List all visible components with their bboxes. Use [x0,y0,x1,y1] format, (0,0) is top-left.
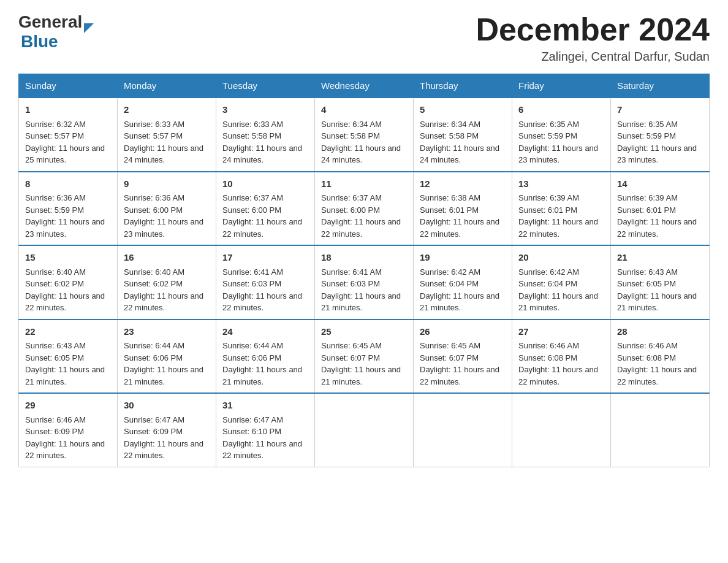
location-subtitle: Zalingei, Central Darfur, Sudan [476,50,710,64]
col-saturday: Saturday [611,74,710,98]
table-row: 11Sunrise: 6:37 AMSunset: 6:00 PMDayligh… [315,172,414,246]
day-number: 24 [222,325,308,339]
calendar-week-row: 15Sunrise: 6:40 AMSunset: 6:02 PMDayligh… [19,245,710,320]
col-wednesday: Wednesday [315,74,414,98]
day-info: Sunrise: 6:40 AMSunset: 6:02 PMDaylight:… [25,266,111,314]
table-row: 4Sunrise: 6:34 AMSunset: 5:58 PMDaylight… [315,98,414,172]
day-number: 8 [25,177,111,191]
table-row: 22Sunrise: 6:43 AMSunset: 6:05 PMDayligh… [19,320,118,394]
day-info: Sunrise: 6:39 AMSunset: 6:01 PMDaylight:… [617,192,703,240]
day-info: Sunrise: 6:45 AMSunset: 6:07 PMDaylight:… [321,340,407,388]
day-info: Sunrise: 6:47 AMSunset: 6:10 PMDaylight:… [222,414,308,462]
day-info: Sunrise: 6:35 AMSunset: 5:59 PMDaylight:… [518,118,604,166]
table-row: 29Sunrise: 6:46 AMSunset: 6:09 PMDayligh… [19,393,118,467]
day-number: 30 [124,399,210,413]
day-info: Sunrise: 6:41 AMSunset: 6:03 PMDaylight:… [222,266,308,314]
day-number: 2 [124,103,210,117]
day-info: Sunrise: 6:38 AMSunset: 6:01 PMDaylight:… [420,192,506,240]
table-row [611,393,710,467]
table-row: 30Sunrise: 6:47 AMSunset: 6:09 PMDayligh… [118,393,216,467]
day-info: Sunrise: 6:36 AMSunset: 5:59 PMDaylight:… [25,192,111,240]
table-row: 28Sunrise: 6:46 AMSunset: 6:08 PMDayligh… [611,320,710,394]
calendar-week-row: 22Sunrise: 6:43 AMSunset: 6:05 PMDayligh… [19,320,710,394]
day-number: 17 [222,251,308,265]
col-tuesday: Tuesday [216,74,315,98]
table-row [315,393,414,467]
col-monday: Monday [118,74,216,98]
day-number: 20 [518,251,604,265]
day-number: 31 [222,399,308,413]
table-row: 3Sunrise: 6:33 AMSunset: 5:58 PMDaylight… [216,98,315,172]
title-area: December 2024 Zalingei, Central Darfur, … [476,12,710,64]
day-info: Sunrise: 6:46 AMSunset: 6:08 PMDaylight:… [617,340,703,388]
day-number: 14 [617,177,703,191]
day-number: 29 [25,399,111,413]
day-info: Sunrise: 6:47 AMSunset: 6:09 PMDaylight:… [124,414,210,462]
table-row: 14Sunrise: 6:39 AMSunset: 6:01 PMDayligh… [611,172,710,246]
day-info: Sunrise: 6:41 AMSunset: 6:03 PMDaylight:… [321,266,407,314]
table-row: 19Sunrise: 6:42 AMSunset: 6:04 PMDayligh… [414,245,512,320]
table-row: 15Sunrise: 6:40 AMSunset: 6:02 PMDayligh… [19,245,118,320]
day-info: Sunrise: 6:43 AMSunset: 6:05 PMDaylight:… [617,266,703,314]
day-number: 7 [617,103,703,117]
day-number: 23 [124,325,210,339]
day-number: 9 [124,177,210,191]
day-info: Sunrise: 6:35 AMSunset: 5:59 PMDaylight:… [617,118,703,166]
logo-blue-text: Blue [21,32,94,52]
table-row: 10Sunrise: 6:37 AMSunset: 6:00 PMDayligh… [216,172,315,246]
day-number: 13 [518,177,604,191]
logo-general-text: General [18,12,82,32]
calendar-header-row: Sunday Monday Tuesday Wednesday Thursday… [19,74,710,98]
table-row: 7Sunrise: 6:35 AMSunset: 5:59 PMDaylight… [611,98,710,172]
day-info: Sunrise: 6:44 AMSunset: 6:06 PMDaylight:… [124,340,210,388]
col-friday: Friday [512,74,611,98]
calendar-week-row: 29Sunrise: 6:46 AMSunset: 6:09 PMDayligh… [19,393,710,467]
table-row: 18Sunrise: 6:41 AMSunset: 6:03 PMDayligh… [315,245,414,320]
day-info: Sunrise: 6:46 AMSunset: 6:09 PMDaylight:… [25,414,111,462]
month-title: December 2024 [476,12,710,47]
day-info: Sunrise: 6:42 AMSunset: 6:04 PMDaylight:… [420,266,506,314]
table-row: 20Sunrise: 6:42 AMSunset: 6:04 PMDayligh… [512,245,611,320]
table-row: 23Sunrise: 6:44 AMSunset: 6:06 PMDayligh… [118,320,216,394]
day-number: 25 [321,325,407,339]
day-number: 27 [518,325,604,339]
table-row: 21Sunrise: 6:43 AMSunset: 6:05 PMDayligh… [611,245,710,320]
day-info: Sunrise: 6:37 AMSunset: 6:00 PMDaylight:… [222,192,308,240]
page-header: General Blue December 2024 Zalingei, Cen… [18,12,710,64]
table-row: 25Sunrise: 6:45 AMSunset: 6:07 PMDayligh… [315,320,414,394]
table-row: 6Sunrise: 6:35 AMSunset: 5:59 PMDaylight… [512,98,611,172]
day-info: Sunrise: 6:46 AMSunset: 6:08 PMDaylight:… [518,340,604,388]
day-info: Sunrise: 6:33 AMSunset: 5:57 PMDaylight:… [124,118,210,166]
day-info: Sunrise: 6:34 AMSunset: 5:58 PMDaylight:… [420,118,506,166]
table-row: 2Sunrise: 6:33 AMSunset: 5:57 PMDaylight… [118,98,216,172]
day-number: 16 [124,251,210,265]
day-number: 10 [222,177,308,191]
table-row: 8Sunrise: 6:36 AMSunset: 5:59 PMDaylight… [19,172,118,246]
table-row: 12Sunrise: 6:38 AMSunset: 6:01 PMDayligh… [414,172,512,246]
calendar-week-row: 1Sunrise: 6:32 AMSunset: 5:57 PMDaylight… [19,98,710,172]
table-row [512,393,611,467]
day-number: 11 [321,177,407,191]
day-number: 28 [617,325,703,339]
table-row: 17Sunrise: 6:41 AMSunset: 6:03 PMDayligh… [216,245,315,320]
day-info: Sunrise: 6:36 AMSunset: 6:00 PMDaylight:… [124,192,210,240]
table-row: 27Sunrise: 6:46 AMSunset: 6:08 PMDayligh… [512,320,611,394]
day-number: 21 [617,251,703,265]
day-number: 3 [222,103,308,117]
day-number: 18 [321,251,407,265]
day-number: 4 [321,103,407,117]
table-row: 9Sunrise: 6:36 AMSunset: 6:00 PMDaylight… [118,172,216,246]
table-row [414,393,512,467]
table-row: 24Sunrise: 6:44 AMSunset: 6:06 PMDayligh… [216,320,315,394]
day-number: 22 [25,325,111,339]
logo: General Blue [18,12,94,52]
table-row: 16Sunrise: 6:40 AMSunset: 6:02 PMDayligh… [118,245,216,320]
day-number: 15 [25,251,111,265]
col-sunday: Sunday [19,74,118,98]
day-number: 19 [420,251,506,265]
calendar-table: Sunday Monday Tuesday Wednesday Thursday… [18,74,710,467]
day-number: 5 [420,103,506,117]
day-info: Sunrise: 6:44 AMSunset: 6:06 PMDaylight:… [222,340,308,388]
day-info: Sunrise: 6:42 AMSunset: 6:04 PMDaylight:… [518,266,604,314]
day-number: 1 [25,103,111,117]
